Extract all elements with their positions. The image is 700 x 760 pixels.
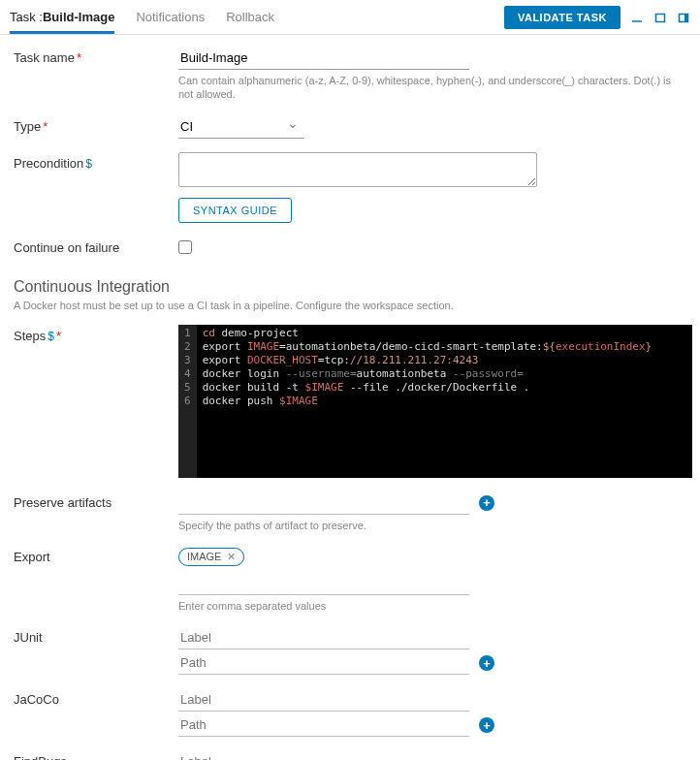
steps-label: Steps$* [14, 325, 178, 343]
jacoco-label-input[interactable] [178, 688, 469, 712]
header-bar: Task : Build-Image Notifications Rollbac… [0, 0, 700, 35]
type-select-value[interactable] [178, 115, 304, 139]
jacoco-label: JaCoCo [14, 688, 178, 707]
dock-icon[interactable] [677, 11, 690, 24]
tab-task-title: Build-Image [43, 10, 114, 24]
tab-strip: Task : Build-Image Notifications Rollbac… [10, 0, 274, 34]
tab-task[interactable]: Task : Build-Image [10, 0, 114, 34]
minimize-icon[interactable] [630, 11, 644, 24]
tab-task-prefix: Task : [10, 10, 43, 24]
tab-rollback[interactable]: Rollback [226, 0, 274, 34]
required-marker: * [77, 50, 81, 65]
svg-rect-3 [684, 14, 688, 21]
add-junit-button[interactable]: + [479, 655, 494, 671]
export-hint: Enter comma separated values [178, 599, 686, 613]
add-artifact-button[interactable]: + [479, 495, 494, 511]
export-chip[interactable]: IMAGE ✕ [178, 548, 244, 566]
junit-label-input[interactable] [178, 626, 469, 649]
junit-label: JUnit [14, 626, 178, 645]
export-label: Export [14, 546, 178, 564]
maximize-icon[interactable] [653, 11, 667, 24]
required-marker: * [56, 329, 61, 343]
precondition-input[interactable] [178, 152, 537, 187]
info-icon[interactable]: $ [48, 330, 54, 343]
ci-section-hint: A Docker host must be set up to use a CI… [14, 300, 686, 311]
required-marker: * [43, 119, 48, 134]
findbugs-label-input[interactable] [178, 750, 469, 760]
export-input[interactable] [178, 572, 469, 595]
jacoco-path-input[interactable] [178, 713, 469, 737]
type-label: Type* [14, 115, 178, 134]
preserve-artifacts-hint: Specify the paths of artifact to preserv… [178, 519, 686, 532]
export-chip-label: IMAGE [187, 551, 221, 562]
validate-task-button[interactable]: VALIDATE TASK [504, 6, 620, 29]
continue-on-failure-checkbox[interactable] [178, 240, 192, 254]
preserve-artifacts-label: Preserve artifacts [14, 491, 178, 510]
remove-chip-icon[interactable]: ✕ [227, 551, 236, 563]
svg-rect-1 [656, 14, 665, 21]
preserve-artifacts-input[interactable] [178, 491, 469, 515]
code-gutter: 123456 [178, 325, 197, 478]
junit-path-input[interactable] [178, 651, 469, 675]
info-icon[interactable]: $ [85, 157, 92, 171]
code-content[interactable]: cd demo-project export IMAGE=automationb… [197, 325, 692, 478]
task-name-label: Task name* [14, 47, 178, 65]
precondition-label: Precondition$ [14, 152, 178, 171]
tab-notifications[interactable]: Notifications [136, 0, 205, 34]
ci-section-title: Continuous Integration [14, 278, 686, 296]
task-name-input[interactable] [178, 47, 469, 70]
header-actions: VALIDATE TASK [504, 6, 690, 29]
findbugs-label: FindBugs [14, 750, 178, 760]
task-name-hint: Can contain alphanumeric (a-z, A-Z, 0-9)… [178, 74, 686, 102]
syntax-guide-button[interactable]: SYNTAX GUIDE [178, 198, 292, 223]
continue-on-failure-label: Continue on failure [14, 237, 178, 255]
steps-code-editor[interactable]: 123456 cd demo-project export IMAGE=auto… [178, 325, 692, 478]
type-select[interactable] [178, 115, 304, 139]
content-area: Task name* Can contain alphanumeric (a-z… [0, 35, 700, 760]
add-jacoco-button[interactable]: + [479, 717, 494, 733]
